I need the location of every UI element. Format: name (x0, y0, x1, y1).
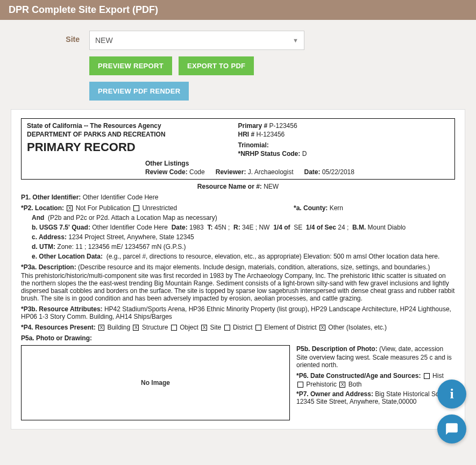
p6-label: *P6. Date Constructed/Age and Sources: (296, 372, 421, 380)
p2b-q1: 1/4 of (273, 224, 290, 231)
p4-element: Element of District (264, 324, 316, 331)
p1-label: P1. Other Identifier: (21, 194, 81, 201)
nrhp-val: D (302, 150, 307, 158)
p4-site: Site (210, 324, 222, 331)
checkbox-district (224, 325, 230, 331)
checkbox-hist (424, 373, 430, 379)
record-title: PRIMARY RECORD (27, 140, 238, 154)
dept-line: DEPARTMENT OF PARKS AND RECREATION (27, 131, 238, 138)
chat-fab[interactable] (437, 414, 466, 440)
checkbox-element (255, 325, 261, 331)
p2-and-note: (P2b and P2c or P2d. Attach a Location M… (48, 214, 217, 221)
p2b-label: b. USGS 7.5' Quad: (32, 224, 90, 231)
p2-nfp: Not For Publication (76, 204, 131, 212)
trinomial-label: Trinomial: (238, 141, 450, 149)
p3a-label: *P3a. Description: (21, 263, 76, 271)
p6-hist: Hist (432, 372, 444, 380)
primary-label: Primary # (238, 122, 268, 130)
photo-placeholder: No Image (21, 345, 290, 420)
info-icon: i (450, 386, 453, 402)
resname-label: Resource Name or #: (197, 183, 262, 190)
p2b-q1-val: SE (294, 224, 302, 231)
p2b-bm-label: B.M. (352, 224, 366, 231)
checkbox-nfp: X (67, 205, 73, 211)
preview-render-button[interactable]: PREVIEW PDF RENDER (89, 82, 189, 101)
checkbox-unr (133, 205, 139, 211)
p5b-label: P5b. Description of Photo: (296, 345, 378, 353)
p6-pre: Prehistoric (306, 381, 337, 388)
p2c-label: c. Address: (32, 233, 67, 241)
p6-both: Both (349, 381, 362, 388)
p2e-note: (e.g., parcel #, directions to resource,… (106, 253, 440, 260)
p4-other: Other (Isolates, etc.) (328, 324, 387, 331)
review-code-label: Review Code: (145, 168, 188, 176)
p2b-q2-val: 24 ; (338, 224, 349, 231)
p4-building: Building (107, 324, 130, 331)
p2b-r-val: 34E ; NW (242, 224, 269, 231)
page-title: DPR Complete Site Export (PDF) (0, 0, 476, 20)
date-label: Date: (304, 168, 320, 176)
p2-and: And (32, 214, 44, 221)
p3b-label: *P3b. Resource Attributes: (21, 305, 103, 313)
reviewer-label: Reviewer: (216, 168, 246, 176)
p2b-bm-val: Mount Diablo (368, 224, 406, 231)
other-listings: Other Listings (27, 160, 449, 167)
p2e-label: e. Other Location Data: (32, 253, 103, 260)
review-code-val: Code (189, 168, 205, 176)
p2b-t-val: 45N ; (215, 224, 230, 231)
p5b-body: Site overview facing west. Scale measure… (296, 354, 455, 369)
agency-line: State of California -- The Resources Age… (27, 122, 238, 130)
export-pdf-button[interactable]: EXPORT TO PDF (179, 56, 254, 75)
preview-report-button[interactable]: PREVIEW REPORT (89, 56, 172, 75)
date-val: 05/22/2018 (322, 168, 354, 176)
p2b-val: Other Identifier Code Here (92, 224, 168, 231)
p4-structure: Structure (142, 324, 168, 331)
checkbox-pre (297, 382, 303, 388)
checkbox-other: X (319, 325, 325, 331)
p2d-label: d. UTM: (32, 243, 55, 251)
chevron-down-icon: ▼ (293, 37, 299, 44)
site-select[interactable]: NEW ▼ (89, 31, 304, 50)
site-select-value: NEW (95, 36, 113, 45)
p2b-q2: 1/4 of Sec (306, 224, 336, 231)
p2b-date-label: Date: (172, 224, 188, 231)
chat-icon (445, 422, 459, 436)
checkbox-structure: X (133, 325, 139, 331)
document-preview: State of California -- The Resources Age… (11, 109, 465, 430)
p2a-label: *a. County: (294, 204, 328, 212)
p7-label: *P7. Owner and Address: (296, 390, 373, 398)
checkbox-both: X (339, 382, 345, 388)
controls-area: Site NEW ▼ PREVIEW REPORT EXPORT TO PDF … (0, 20, 476, 109)
primary-val: P-123456 (269, 122, 297, 130)
p3a-body: This prehistoric/historic/multi-componen… (21, 272, 455, 302)
nrhp-label: *NRHP Status Code: (238, 150, 301, 158)
p5a-label: P5a. Photo or Drawing: (21, 334, 455, 342)
p2b-r-label: R: (233, 224, 240, 231)
resname-val: NEW (264, 183, 279, 190)
p3a-note: (Describe resource and its major element… (78, 263, 430, 271)
p2-label: *P2. Location: (21, 204, 64, 212)
p2b-date-val: 1983 (189, 224, 204, 231)
p2b-t-label: T: (207, 224, 212, 231)
p2a-val: Kern (330, 204, 343, 212)
p4-object: Object (180, 324, 198, 331)
no-image-text: No Image (141, 379, 170, 387)
hri-label: HRI # (238, 131, 255, 138)
p2c-val: 1234 Project Street, Anywhere, State 123… (68, 233, 194, 241)
reviewer-val: J. Archaeologist (248, 168, 294, 176)
p2-unr: Unrestricted (142, 204, 177, 212)
p2d-val: Zone: 11 ; 123456 mE/ 1234567 mN (G.P.S.… (57, 243, 186, 251)
checkbox-building: X (98, 325, 104, 331)
p1-val: Other Identifier Code Here (83, 194, 159, 201)
p4-label: *P4. Resources Present: (21, 324, 96, 331)
info-fab[interactable]: i (437, 380, 466, 409)
checkbox-site: X (201, 325, 207, 331)
hri-val: H-123456 (257, 131, 285, 138)
p5b-note: (View, date, accession (379, 345, 443, 353)
site-label: Site (9, 31, 89, 44)
checkbox-object (171, 325, 177, 331)
p4-district: District (233, 324, 253, 331)
